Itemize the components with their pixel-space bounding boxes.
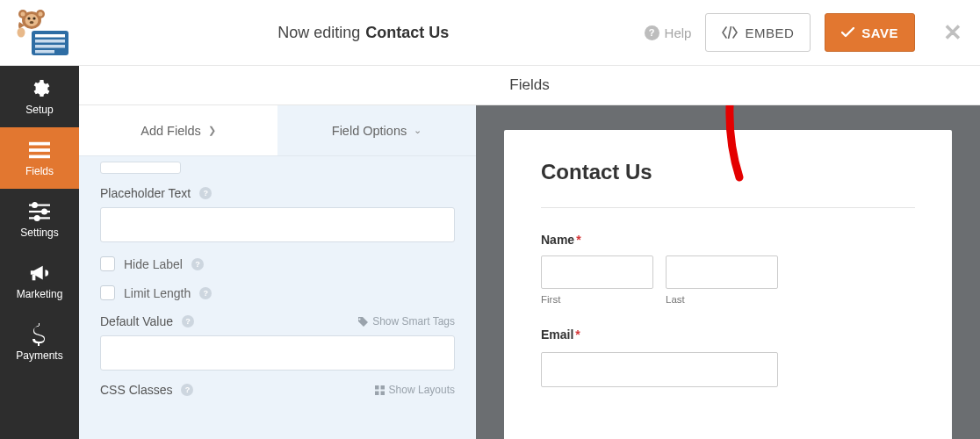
name-field-label: Name* <box>541 233 915 247</box>
svg-rect-25 <box>375 385 379 390</box>
first-name-input[interactable] <box>541 255 653 289</box>
sidebar-item-setup[interactable]: Setup <box>0 66 79 127</box>
svg-point-22 <box>42 209 47 213</box>
placeholder-text-label: Placeholder Text <box>100 186 191 200</box>
sidebar-label: Payments <box>16 349 62 362</box>
svg-point-8 <box>39 12 43 17</box>
tooltip-icon[interactable]: ? <box>181 384 193 396</box>
title-area: Now editing Contact Us <box>83 24 645 42</box>
save-label: SAVE <box>861 25 898 40</box>
wpforms-logo[interactable] <box>5 6 83 59</box>
svg-rect-24 <box>32 274 36 279</box>
show-smart-tags-link[interactable]: Show Smart Tags <box>358 315 455 327</box>
show-smart-tags-label: Show Smart Tags <box>372 315 455 327</box>
svg-rect-27 <box>375 391 379 395</box>
help-label: Help <box>665 25 692 40</box>
svg-rect-28 <box>380 391 385 395</box>
default-value-label: Default Value <box>100 314 173 328</box>
chevron-right-icon: ❯ <box>208 125 216 136</box>
svg-rect-13 <box>35 50 54 54</box>
grid-icon <box>375 385 385 395</box>
svg-point-3 <box>32 17 35 19</box>
svg-rect-10 <box>35 34 65 38</box>
sidebar-item-fields[interactable]: Fields <box>0 127 79 189</box>
svg-rect-17 <box>29 155 50 158</box>
svg-point-1 <box>25 14 39 26</box>
required-mark: * <box>575 327 580 342</box>
sidebar-item-marketing[interactable]: Marketing <box>0 250 79 312</box>
placeholder-text-input[interactable] <box>100 207 455 242</box>
list-icon <box>29 140 50 161</box>
limit-length-label: Limit Length <box>124 286 191 300</box>
limit-length-checkbox[interactable] <box>100 285 115 300</box>
bullhorn-icon <box>29 263 50 284</box>
last-name-input[interactable] <box>666 255 778 289</box>
tooltip-icon[interactable]: ? <box>182 315 194 327</box>
last-sublabel: Last <box>666 294 778 305</box>
hide-label-label: Hide Label <box>124 257 183 271</box>
chevron-down-icon: ⌄ <box>414 125 422 136</box>
hide-label-checkbox[interactable] <box>100 256 115 271</box>
svg-rect-11 <box>35 40 65 43</box>
help-link[interactable]: ? Help <box>645 25 692 40</box>
panel-title: Fields <box>79 66 980 105</box>
tab-add-fields[interactable]: Add Fields ❯ <box>79 105 277 155</box>
editing-prefix: Now editing <box>277 24 360 42</box>
svg-rect-15 <box>29 141 50 145</box>
sidebar-item-settings[interactable]: Settings <box>0 189 79 250</box>
sidebar-label: Settings <box>20 227 58 239</box>
sidebar-item-payments[interactable]: Payments <box>0 312 79 373</box>
embed-label: EMBED <box>745 25 794 40</box>
dollar-icon <box>29 324 50 345</box>
show-layouts-link[interactable]: Show Layouts <box>375 384 455 396</box>
first-sublabel: First <box>541 294 653 305</box>
sidebar: Setup Fields Settings Marketing <box>0 66 79 439</box>
svg-point-21 <box>32 203 37 207</box>
svg-rect-26 <box>380 385 385 390</box>
field-options-panel: Add Fields ❯ Field Options ⌄ Placeholder <box>79 105 476 439</box>
svg-rect-16 <box>29 148 50 152</box>
gear-icon <box>29 78 50 99</box>
css-classes-label: CSS Classes <box>100 383 172 397</box>
sidebar-label: Marketing <box>17 288 63 300</box>
required-mark: * <box>576 233 580 247</box>
tooltip-icon[interactable]: ? <box>199 187 212 199</box>
divider <box>541 207 915 208</box>
svg-point-4 <box>30 21 34 24</box>
form-title: Contact Us <box>541 160 915 184</box>
check-icon <box>841 27 854 38</box>
tooltip-icon[interactable]: ? <box>199 287 212 299</box>
email-input[interactable] <box>541 352 778 387</box>
svg-point-23 <box>35 215 40 220</box>
tab-field-options[interactable]: Field Options ⌄ <box>277 105 476 155</box>
sidebar-label: Fields <box>25 165 54 177</box>
close-button[interactable]: ✕ <box>943 19 962 47</box>
svg-rect-12 <box>35 45 65 48</box>
tooltip-icon[interactable]: ? <box>191 258 204 270</box>
truncated-control <box>100 162 181 174</box>
svg-point-2 <box>27 17 30 19</box>
save-button[interactable]: SAVE <box>825 13 915 52</box>
topbar: Now editing Contact Us ? Help EMBED SAVE… <box>0 0 980 66</box>
code-icon <box>722 26 738 39</box>
form-card[interactable]: Contact Us Name* First <box>504 130 952 439</box>
svg-point-7 <box>21 12 25 17</box>
sliders-icon <box>29 201 50 222</box>
email-field-label: Email* <box>541 327 915 342</box>
embed-button[interactable]: EMBED <box>705 13 811 52</box>
form-name: Contact Us <box>365 24 449 42</box>
tab-label: Field Options <box>332 124 407 138</box>
tag-icon <box>358 317 368 327</box>
default-value-input[interactable] <box>100 335 455 371</box>
sidebar-label: Setup <box>25 104 53 116</box>
svg-point-14 <box>18 28 25 38</box>
help-icon: ? <box>645 25 659 40</box>
form-preview: Contact Us Name* First <box>476 105 980 439</box>
tab-label: Add Fields <box>141 124 201 138</box>
show-layouts-label: Show Layouts <box>389 384 455 396</box>
